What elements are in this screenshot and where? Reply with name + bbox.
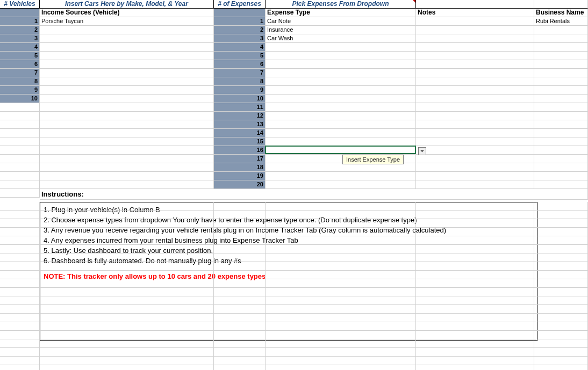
empty-cell[interactable] — [416, 228, 534, 236]
empty-cell[interactable] — [214, 339, 266, 348]
notes-cell[interactable] — [416, 17, 534, 26]
empty-cell[interactable] — [266, 279, 416, 288]
business-name-cell[interactable] — [534, 129, 588, 137]
vehicle-value-cell[interactable] — [40, 69, 214, 77]
empty-cell[interactable] — [266, 228, 416, 236]
empty-cell[interactable] — [214, 314, 266, 322]
empty-cell[interactable] — [266, 236, 416, 245]
expense-value-cell[interactable] — [266, 180, 416, 189]
empty-cell[interactable] — [416, 219, 534, 228]
expense-value-cell[interactable] — [266, 129, 416, 137]
empty-cell[interactable] — [214, 202, 266, 211]
empty-cell[interactable] — [534, 279, 588, 288]
empty-cell[interactable] — [416, 305, 534, 314]
expense-value-cell[interactable] — [266, 52, 416, 60]
notes-cell[interactable] — [416, 86, 534, 95]
expense-value-cell[interactable] — [266, 146, 416, 155]
vehicle-value-cell[interactable] — [40, 95, 214, 103]
empty-cell[interactable] — [40, 279, 214, 288]
expense-value-cell[interactable] — [266, 163, 416, 172]
notes-cell[interactable] — [416, 112, 534, 120]
notes-cell[interactable] — [416, 137, 534, 146]
expense-value-cell[interactable] — [266, 86, 416, 95]
empty-cell[interactable] — [416, 236, 534, 245]
empty-cell[interactable] — [416, 339, 534, 348]
empty-cell[interactable] — [214, 271, 266, 279]
empty-cell[interactable] — [534, 236, 588, 245]
empty-cell[interactable] — [266, 262, 416, 271]
empty-cell[interactable] — [534, 365, 588, 370]
empty-cell[interactable] — [40, 253, 214, 262]
empty-cell[interactable] — [266, 202, 416, 211]
empty-cell[interactable] — [266, 339, 416, 348]
empty-cell[interactable] — [214, 348, 266, 357]
business-name-cell[interactable] — [534, 155, 588, 163]
business-name-cell[interactable] — [534, 43, 588, 52]
notes-cell[interactable] — [416, 69, 534, 77]
empty-cell[interactable] — [266, 288, 416, 296]
empty-cell[interactable] — [534, 245, 588, 253]
empty-cell[interactable] — [534, 262, 588, 271]
notes-cell[interactable] — [416, 95, 534, 103]
empty-cell[interactable] — [0, 228, 40, 236]
empty-cell[interactable] — [0, 314, 40, 322]
expense-value-cell[interactable] — [266, 77, 416, 86]
empty-cell[interactable] — [214, 322, 266, 331]
empty-cell[interactable] — [0, 245, 40, 253]
vehicle-value-cell[interactable] — [40, 163, 214, 172]
empty-cell[interactable] — [416, 314, 534, 322]
empty-cell[interactable] — [40, 228, 214, 236]
empty-cell[interactable] — [534, 211, 588, 219]
business-name-cell[interactable] — [534, 137, 588, 146]
empty-cell[interactable] — [534, 331, 588, 339]
notes-cell[interactable] — [416, 180, 534, 189]
empty-cell[interactable] — [416, 279, 534, 288]
expense-value-cell[interactable] — [266, 95, 416, 103]
empty-cell[interactable] — [416, 322, 534, 331]
empty-cell[interactable] — [0, 219, 40, 228]
business-name-cell[interactable] — [534, 60, 588, 69]
empty-cell[interactable] — [40, 219, 214, 228]
empty-cell[interactable] — [416, 271, 534, 279]
empty-cell[interactable] — [534, 253, 588, 262]
empty-cell[interactable] — [266, 314, 416, 322]
empty-cell[interactable] — [416, 365, 534, 370]
empty-cell[interactable] — [416, 348, 534, 357]
empty-cell[interactable] — [0, 211, 40, 219]
notes-cell[interactable] — [416, 52, 534, 60]
vehicle-value-cell[interactable] — [40, 172, 214, 180]
empty-cell[interactable] — [0, 288, 40, 296]
empty-cell[interactable] — [266, 322, 416, 331]
expense-value-cell[interactable] — [266, 60, 416, 69]
empty-cell[interactable] — [266, 296, 416, 305]
notes-cell[interactable] — [416, 155, 534, 163]
empty-cell[interactable] — [416, 262, 534, 271]
empty-cell[interactable] — [416, 211, 534, 219]
empty-cell[interactable] — [266, 365, 416, 370]
empty-cell[interactable] — [534, 296, 588, 305]
vehicle-value-cell[interactable] — [40, 112, 214, 120]
empty-cell[interactable] — [40, 331, 214, 339]
empty-cell[interactable] — [534, 305, 588, 314]
empty-cell[interactable] — [534, 288, 588, 296]
expense-value-cell[interactable] — [266, 137, 416, 146]
notes-cell[interactable] — [416, 146, 534, 155]
empty-cell[interactable] — [40, 365, 214, 370]
vehicle-value-cell[interactable] — [40, 155, 214, 163]
empty-cell[interactable] — [0, 331, 40, 339]
empty-cell[interactable] — [534, 339, 588, 348]
empty-cell[interactable] — [534, 271, 588, 279]
empty-cell[interactable] — [416, 253, 534, 262]
empty-cell[interactable] — [416, 331, 534, 339]
empty-cell[interactable] — [266, 219, 416, 228]
empty-cell[interactable] — [214, 228, 266, 236]
empty-cell[interactable] — [0, 348, 40, 357]
notes-cell[interactable] — [416, 77, 534, 86]
empty-cell[interactable] — [0, 296, 40, 305]
empty-cell[interactable] — [0, 253, 40, 262]
business-name-cell[interactable] — [534, 52, 588, 60]
empty-cell[interactable] — [214, 288, 266, 296]
empty-cell[interactable] — [416, 288, 534, 296]
empty-cell[interactable] — [266, 357, 416, 365]
empty-cell[interactable] — [266, 253, 416, 262]
